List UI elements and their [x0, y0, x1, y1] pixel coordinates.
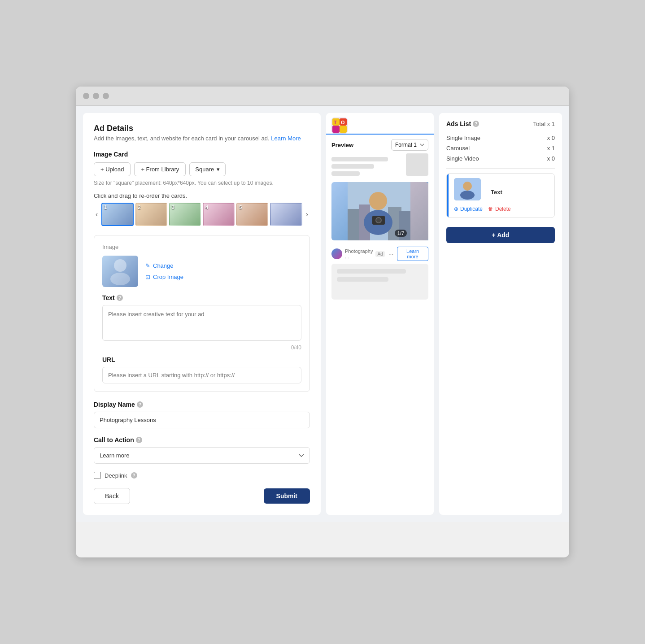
preview-logo-bar: T O ♪: [326, 113, 434, 135]
carousel-counter: 1/7: [395, 230, 407, 237]
thumbnail-3[interactable]: 3: [169, 203, 201, 226]
image-card-label: Image Card: [94, 151, 310, 158]
ads-list-header: Ads List ? Total x 1: [446, 120, 555, 127]
text-help-icon: ?: [117, 295, 123, 301]
image-actions-col: ✎ Change ⊡ Crop Image: [145, 261, 183, 281]
creative-text-input[interactable]: [102, 305, 301, 341]
preview-label: Preview: [331, 142, 353, 148]
svg-text:O: O: [341, 120, 345, 125]
preview-ad-badge: Ad: [375, 251, 384, 257]
preview-carousel: 1/7: [331, 182, 428, 240]
thumbnail-4[interactable]: 4: [203, 203, 235, 226]
image-card-box: Image ✎ Change: [94, 235, 310, 392]
carousel-side-image: [410, 182, 428, 240]
cta-label-row: Call to Action ?: [94, 436, 310, 444]
image-section-label: Image: [102, 244, 301, 250]
ad-type-name-3: Single Video: [446, 155, 479, 162]
crop-icon: ⊡: [145, 274, 150, 280]
ads-list-title: Ads List: [446, 120, 471, 127]
ad-item-thumbnail: [454, 178, 481, 200]
bottom-buttons: Back Submit: [94, 488, 310, 504]
preview-skeleton-top: [326, 153, 434, 182]
ad-type-carousel: Carousel x 1: [446, 143, 555, 153]
ad-type-name-2: Carousel: [446, 145, 470, 152]
svg-point-14: [369, 192, 387, 210]
preview-ad-info: Photography ... Ad ··· Learn more: [326, 244, 434, 264]
image-actions-row: + Upload + From Library Square ▾: [94, 162, 310, 176]
thumbnail-1[interactable]: 1: [101, 203, 133, 226]
crop-image-btn[interactable]: ⊡ Crop Image: [145, 273, 183, 281]
cta-section: Call to Action ? Learn more Shop now Sig…: [94, 436, 310, 464]
panel-subtitle: Add the images, text, and website for ea…: [94, 135, 310, 142]
deeplink-checkbox[interactable]: [94, 472, 101, 479]
url-label-row: URL: [102, 356, 301, 363]
ads-list-panel: Ads List ? Total x 1 Single Image x 0 Ca…: [439, 113, 562, 515]
svg-point-0: [114, 259, 126, 272]
browser-dot-2: [93, 93, 99, 99]
text-field-label: Text: [102, 294, 115, 301]
thumbnail-6[interactable]: [270, 203, 302, 226]
svg-text:♪: ♪: [341, 127, 344, 132]
display-name-help-icon: ?: [137, 401, 143, 408]
ad-details-panel: Ad Details Add the images, text, and web…: [83, 113, 321, 515]
deeplink-row: Deeplink ?: [94, 472, 310, 479]
duplicate-button[interactable]: ⊕ Duplicate: [454, 206, 483, 212]
square-select[interactable]: Square ▾: [189, 162, 226, 176]
char-count: 0/40: [102, 344, 301, 351]
svg-point-1: [110, 273, 130, 285]
cta-label: Call to Action: [94, 436, 134, 444]
add-button[interactable]: + Add: [446, 227, 555, 243]
format-select[interactable]: Format 1: [391, 139, 428, 151]
ad-type-name-1: Single Image: [446, 135, 480, 141]
ads-total-label: Total x 1: [533, 121, 555, 127]
edit-icon: ✎: [145, 262, 150, 269]
browser-content: Ad Details Add the images, text, and web…: [76, 106, 569, 522]
url-input[interactable]: [102, 367, 301, 383]
panel-title: Ad Details: [94, 124, 310, 133]
browser-toolbar: [76, 87, 569, 106]
submit-button[interactable]: Submit: [264, 488, 310, 504]
svg-point-18: [376, 218, 381, 222]
back-button[interactable]: Back: [94, 488, 130, 504]
display-name-input[interactable]: [94, 412, 310, 428]
chevron-down-icon: ▾: [217, 166, 220, 173]
display-name-label: Display Name: [94, 401, 135, 408]
skeleton-line-1: [331, 157, 388, 161]
preview-panel: T O ♪ Preview Format 1: [326, 113, 434, 515]
ad-type-single-image: Single Image x 0: [446, 133, 555, 143]
ad-item-label: Text: [485, 183, 508, 196]
drag-hint: Click and drag to re-order the cards.: [94, 192, 310, 199]
upload-button[interactable]: + Upload: [94, 162, 131, 176]
prev-thumb-btn[interactable]: ‹: [94, 209, 100, 220]
delete-icon: 🗑: [488, 206, 493, 212]
text-label-row: Text ?: [102, 294, 301, 301]
learn-more-link[interactable]: Learn More: [271, 135, 301, 142]
preview-brand-icon: [331, 248, 342, 259]
cta-select[interactable]: Learn more Shop now Sign up Book now Con…: [94, 447, 310, 464]
svg-point-20: [463, 182, 472, 191]
thumbnail-5[interactable]: 5: [236, 203, 268, 226]
change-image-btn[interactable]: ✎ Change: [145, 261, 183, 270]
thumbnail-2[interactable]: 2: [135, 203, 167, 226]
skeleton-line-3: [331, 171, 360, 176]
display-name-label-row: Display Name ?: [94, 401, 310, 408]
delete-button[interactable]: 🗑 Delete: [488, 206, 511, 212]
preview-more-btn[interactable]: ···: [388, 250, 395, 257]
display-name-section: Display Name ?: [94, 401, 310, 428]
image-preview-row: ✎ Change ⊡ Crop Image: [102, 256, 301, 287]
next-thumb-btn[interactable]: ›: [304, 209, 310, 220]
browser-window: Ad Details Add the images, text, and web…: [76, 87, 569, 557]
preview-bottom-skeleton: [331, 264, 428, 300]
divider: [446, 168, 555, 169]
size-hint: Size for "square" placement: 640px*640px…: [94, 180, 310, 186]
image-preview-thumb: [102, 256, 138, 287]
deeplink-help-icon: ?: [131, 472, 137, 479]
preview-cta-btn[interactable]: Learn more: [397, 247, 428, 261]
preview-logo: T O ♪: [331, 117, 348, 134]
ads-list-title-row: Ads List ?: [446, 120, 479, 127]
svg-rect-4: [332, 126, 340, 133]
from-library-button[interactable]: + From Library: [134, 162, 186, 176]
thumbnails-row: ‹ 1 2 3 4 5 ›: [94, 203, 310, 226]
browser-dot-1: [83, 93, 89, 99]
cta-help-icon: ?: [136, 437, 142, 443]
